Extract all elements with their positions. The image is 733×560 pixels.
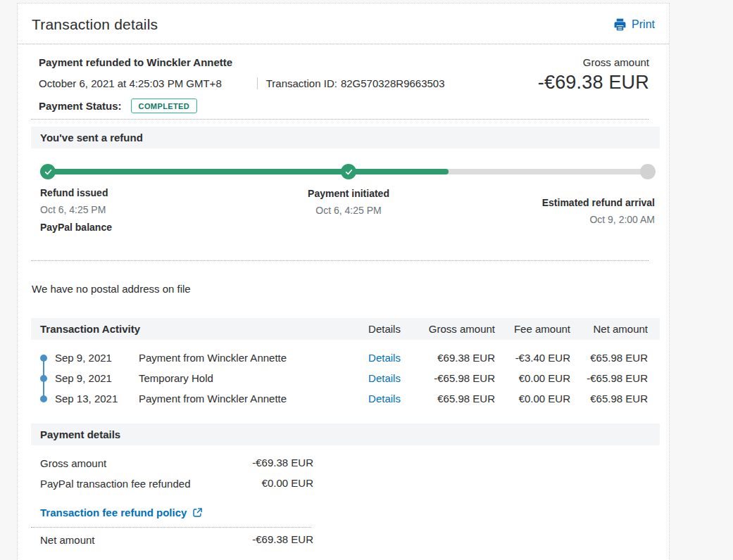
payment-status-label: Payment Status:: [39, 100, 122, 112]
gross-amount-label: Gross amount: [538, 56, 649, 68]
step-title: Estimated refund arrival: [542, 197, 655, 208]
row-description: Temporary Hold: [139, 372, 341, 384]
timeline-connector: [43, 357, 44, 399]
step-refund-issued: Refund issued Oct 6, 4:25 PM PayPal bala…: [40, 187, 112, 233]
payment-details-title: Payment details: [40, 428, 120, 440]
payment-datetime: October 6, 2021 at 4:25:03 PM GMT+8: [39, 77, 222, 89]
payment-details-section: Payment details Gross amount -€69.38 EUR…: [31, 424, 660, 547]
pd-value: €0.00 EUR: [262, 477, 313, 489]
details-link[interactable]: Details: [341, 372, 428, 384]
net-amount-row: Net amount -€69.38 EUR: [31, 533, 313, 547]
column-header-fee: Fee amount: [495, 323, 570, 335]
page-title: Transaction details: [32, 16, 158, 33]
row-date: Sep 9, 2021: [55, 352, 139, 364]
divider: [31, 527, 311, 528]
details-link[interactable]: Details: [341, 393, 428, 405]
row-date: Sep 9, 2021: [55, 372, 139, 384]
row-description: Payment from Winckler Annette: [139, 352, 341, 364]
divider: [31, 119, 649, 120]
row-fee: €0.00 EUR: [495, 372, 570, 384]
step-complete-icon: [341, 164, 356, 179]
pd-label: Gross amount: [40, 457, 106, 471]
step-note: PayPal balance: [40, 222, 112, 233]
row-gross: -€65.98 EUR: [428, 372, 495, 384]
activity-header-row: Transaction Activity Details Gross amoun…: [31, 318, 660, 340]
column-header-gross: Gross amount: [428, 323, 495, 335]
transaction-id-value: 82G570328R9663503: [341, 77, 445, 89]
step-time: Oct 6, 4:25 PM: [308, 205, 389, 216]
step-pending-icon: [640, 164, 656, 179]
row-description: Payment from Winckler Annette: [139, 393, 341, 405]
pd-label: PayPal transaction fee refunded: [40, 477, 190, 491]
row-gross: €65.98 EUR: [428, 393, 495, 405]
row-net: -€65.98 EUR: [570, 372, 648, 384]
print-button[interactable]: Print: [613, 18, 655, 31]
net-amount-label: Net amount: [40, 533, 95, 547]
column-header-net: Net amount: [570, 323, 648, 335]
activity-title: Transaction Activity: [31, 323, 341, 335]
gross-amount-value: -€69.38 EUR: [538, 72, 649, 94]
step-payment-initiated: Payment initiated Oct 6, 4:25 PM: [308, 188, 389, 216]
external-link-icon: [192, 507, 203, 518]
postal-address-note: We have no postal address on file: [32, 283, 191, 295]
row-net: €65.98 EUR: [570, 393, 648, 405]
row-date: Sep 13, 2021: [55, 393, 139, 405]
step-time: Oct 6, 4:25 PM: [40, 204, 112, 215]
pd-value: -€69.38 EUR: [252, 457, 313, 469]
column-header-details: Details: [341, 323, 428, 335]
table-row: Sep 9, 2021 Temporary Hold Details -€65.…: [31, 368, 660, 388]
step-title: Payment initiated: [308, 188, 389, 199]
transaction-id-label: Transaction ID:: [266, 77, 337, 89]
vertical-separator: [257, 77, 258, 89]
progress-track-fill: [48, 169, 449, 174]
refund-banner-text: You've sent a refund: [40, 132, 143, 144]
table-row: Sep 9, 2021 Payment from Winckler Annett…: [31, 348, 660, 368]
payment-details-row: Gross amount -€69.38 EUR: [31, 457, 313, 471]
payment-details-header: Payment details: [31, 424, 660, 445]
details-link[interactable]: Details: [341, 352, 428, 364]
row-gross: €69.38 EUR: [428, 352, 495, 364]
row-fee: -€3.40 EUR: [495, 352, 570, 364]
table-row: Sep 13, 2021 Payment from Winckler Annet…: [31, 388, 660, 409]
printer-icon: [613, 18, 627, 31]
card-header: Transaction details Print: [18, 4, 669, 44]
step-time: Oct 9, 2:00 AM: [542, 214, 655, 225]
activity-rows: Sep 9, 2021 Payment from Winckler Annett…: [31, 340, 660, 409]
payment-headline: Payment refunded to Winckler Annette: [39, 56, 445, 68]
divider: [31, 260, 649, 261]
transaction-fee-refund-policy-link[interactable]: Transaction fee refund policy: [40, 507, 187, 518]
payment-details-row: PayPal transaction fee refunded €0.00 EU…: [31, 477, 313, 491]
net-amount-value: -€69.38 EUR: [252, 533, 313, 545]
print-label: Print: [632, 18, 655, 31]
row-fee: €0.00 EUR: [495, 393, 570, 405]
step-estimated-arrival: Estimated refund arrival Oct 9, 2:00 AM: [542, 197, 655, 225]
transaction-details-card: Transaction details Print Payment refund…: [17, 3, 670, 560]
refund-progress-tracker: Refund issued Oct 6, 4:25 PM PayPal bala…: [31, 164, 660, 248]
summary-section: Payment refunded to Winckler Annette Oct…: [39, 56, 649, 113]
status-badge: COMPLETED: [131, 98, 198, 113]
refund-banner: You've sent a refund: [31, 127, 660, 148]
step-complete-icon: [40, 164, 56, 179]
transaction-activity-table: Transaction Activity Details Gross amoun…: [31, 318, 660, 409]
step-title: Refund issued: [40, 187, 112, 198]
row-net: €65.98 EUR: [570, 352, 648, 364]
